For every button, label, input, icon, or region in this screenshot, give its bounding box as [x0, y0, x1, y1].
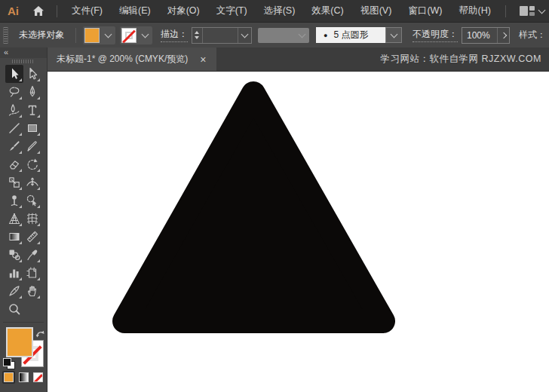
workspace-icon [520, 6, 535, 16]
chevron-down-icon [241, 30, 248, 38]
zoom-tool[interactable] [5, 300, 23, 318]
swap-fill-stroke-button[interactable] [35, 327, 45, 341]
ai-logo[interactable]: Ai [0, 5, 26, 17]
scale-tool[interactable] [5, 173, 23, 191]
stroke-weight-stepper[interactable] [192, 28, 203, 43]
brush-name: 5 点圆形 [333, 29, 368, 41]
fill-color-control[interactable] [83, 26, 115, 44]
puppet-warp-tool[interactable] [5, 191, 23, 210]
type-T-icon [26, 103, 39, 117]
tab-close-button[interactable]: × [198, 54, 207, 66]
perspective-grid-tool[interactable] [5, 210, 23, 228]
artboard-canvas[interactable] [48, 72, 549, 392]
width-tool[interactable] [23, 173, 41, 191]
rotate-tool[interactable] [23, 155, 41, 173]
lasso-tool[interactable] [5, 83, 23, 101]
color-mode-buttons [0, 369, 47, 384]
direct-selection-cursor-icon [26, 67, 39, 81]
none-button[interactable] [32, 371, 44, 384]
stroke-weight-dropdown-button[interactable] [238, 28, 251, 43]
measure-tool[interactable] [23, 228, 41, 246]
stroke-weight-input[interactable] [203, 28, 238, 43]
workspace-switcher[interactable] [520, 6, 544, 16]
opacity-dropdown-button[interactable] [497, 28, 509, 43]
mesh-tool[interactable] [23, 210, 41, 228]
menu-object[interactable]: 对象(O) [159, 5, 208, 17]
stroke-color-control[interactable] [120, 26, 152, 44]
bar-chart-icon [8, 266, 21, 280]
tools-collapse-button[interactable]: « [0, 47, 47, 58]
pushpin-icon [8, 194, 21, 207]
menu-type[interactable]: 文字(T) [208, 5, 256, 17]
knife-tool[interactable] [5, 282, 23, 300]
type-tool[interactable] [23, 101, 41, 119]
eyedropper-tool[interactable] [23, 246, 41, 264]
pen-tool[interactable] [23, 83, 41, 101]
hand-tool[interactable] [23, 282, 41, 300]
default-fill-stroke-button[interactable] [3, 358, 15, 369]
chevron-down-icon [141, 30, 149, 38]
shape-builder-tool[interactable] [23, 191, 41, 210]
shape-builder-icon [26, 194, 39, 207]
curvature-pen-icon [8, 103, 21, 117]
artboard-icon [26, 266, 39, 280]
direct-selection-tool[interactable] [23, 65, 41, 83]
paintbrush-tool[interactable] [5, 137, 23, 155]
tool-grid [0, 65, 47, 318]
opacity-input[interactable]: 100% [462, 30, 497, 41]
gradient-button[interactable] [17, 371, 30, 384]
stroke-color-swatch[interactable] [121, 28, 136, 43]
color-button[interactable] [2, 371, 15, 384]
fill-proxy-swatch[interactable] [6, 327, 33, 357]
stepper-up-icon[interactable] [195, 31, 199, 34]
blend-tool[interactable] [5, 246, 23, 264]
ruler-icon [26, 230, 39, 243]
tools-drag-handle[interactable] [0, 58, 47, 65]
menu-separator [505, 5, 506, 17]
fill-color-swatch[interactable] [84, 28, 100, 43]
fill-stroke-block [0, 326, 47, 369]
rotate-icon [26, 158, 39, 171]
brush-dropdown-button[interactable] [385, 27, 402, 43]
watermark-text: 学习网站：软件自学网 RJZXW.COM [381, 47, 541, 71]
stepper-down-icon[interactable] [195, 36, 199, 39]
rectangle-tool[interactable] [23, 119, 41, 137]
panel-drag-handle[interactable] [3, 27, 8, 44]
rounded-triangle-shape[interactable] [48, 72, 549, 392]
fill-color-dropdown-button[interactable] [101, 26, 115, 44]
selection-cursor-icon [8, 67, 21, 81]
artboard-tool[interactable] [23, 264, 41, 282]
menu-effect[interactable]: 效果(C) [303, 5, 351, 17]
rectangle-icon [26, 121, 39, 135]
stroke-weight-combo[interactable] [192, 27, 252, 44]
line-segment-tool[interactable] [5, 119, 23, 137]
eraser-tool[interactable] [5, 155, 23, 173]
menu-file[interactable]: 文件(F) [63, 5, 111, 17]
stroke-color-dropdown-button[interactable] [138, 26, 152, 44]
brush-definition-dropdown[interactable]: ● 5 点圆形 [316, 27, 402, 43]
opacity-label[interactable]: 不透明度： [413, 28, 458, 42]
menu-edit[interactable]: 编辑(E) [111, 5, 159, 17]
document-tab[interactable]: 未标题-1* @ 200% (CMYK/预览) × [48, 47, 216, 71]
stroke-weight-label[interactable]: 描边： [161, 28, 188, 42]
width-icon [26, 176, 39, 189]
menu-help[interactable]: 帮助(H) [451, 5, 499, 17]
column-graph-tool[interactable] [5, 264, 23, 282]
pencil-tool[interactable] [23, 137, 41, 155]
brush-bullet-icon: ● [324, 32, 327, 39]
menu-window[interactable]: 窗口(W) [400, 5, 450, 17]
curvature-tool[interactable] [5, 101, 23, 119]
selection-tool[interactable] [5, 65, 23, 83]
menu-view[interactable]: 视图(V) [352, 5, 400, 17]
home-icon[interactable] [26, 5, 51, 17]
gradient-icon [8, 230, 21, 243]
width-profile-dropdown [258, 28, 309, 43]
document-tab-title: 未标题-1* @ 200% (CMYK/预览) [57, 53, 188, 66]
brush-current-value[interactable]: ● 5 点圆形 [316, 27, 385, 43]
menu-select[interactable]: 选择(S) [256, 5, 304, 17]
opacity-control[interactable]: 100% [462, 27, 510, 44]
separator [75, 28, 76, 43]
paintbrush-icon [8, 139, 21, 153]
gradient-tool[interactable] [5, 228, 23, 246]
chevron-down-icon [104, 30, 112, 38]
